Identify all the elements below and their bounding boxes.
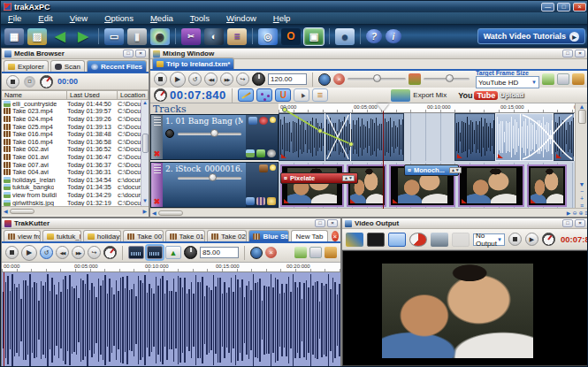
camera-icon[interactable] — [248, 117, 257, 125]
panel-minimize-button[interactable]: □ — [123, 50, 134, 57]
file-row[interactable]: Take 002.aviToday 01:36:52C:\Document — [2, 146, 149, 154]
menu-edit[interactable]: Edit — [38, 13, 52, 23]
watch-video-tutorials-button[interactable]: Watch Video Tutorials ▶ — [477, 28, 585, 44]
column-last-used[interactable]: Last Used — [67, 90, 118, 100]
tab-tuktuk-b[interactable]: tuktuk_b... — [42, 230, 81, 241]
import-icon[interactable] — [256, 149, 265, 157]
share-icon[interactable]: ☻ — [335, 28, 355, 45]
panel-close-button[interactable]: × — [575, 50, 585, 57]
expand-icon[interactable]: ▲▼ — [342, 175, 355, 181]
scrollbar-thumb[interactable] — [158, 210, 183, 216]
scroll-down-icon[interactable]: ▼ — [579, 181, 585, 187]
track-volume-slider[interactable] — [178, 133, 241, 135]
video-clip[interactable] — [458, 164, 524, 207]
scroll-left-icon[interactable]: ◀ — [152, 210, 157, 216]
slider-thumb[interactable] — [373, 74, 381, 82]
forward-button[interactable]: ▶▶ — [72, 246, 85, 259]
tab-take-007[interactable]: Take 007... — [123, 230, 163, 241]
horizontal-scrollbar[interactable]: ◀ ▶ — [2, 206, 149, 215]
display-mode-icon[interactable] — [388, 233, 406, 247]
menu-file[interactable]: File — [8, 13, 21, 23]
track-2-strip[interactable]: ✖ — [151, 163, 163, 207]
track-1-name[interactable]: 1. 01 Bang Bang (M... — [165, 117, 243, 126]
file-row[interactable]: elli_countrysideToday 01:44:50C:\Documen… — [2, 100, 149, 108]
web-icon[interactable]: ◎ — [258, 28, 278, 45]
wave-view-icon[interactable] — [128, 246, 144, 259]
wave-zoom-view-icon[interactable] — [147, 246, 163, 259]
track-2-card[interactable]: ✖ 2. iStock_0000016... — [150, 162, 279, 208]
speedometer-icon[interactable] — [40, 75, 53, 88]
panel-minimize-button[interactable]: □ — [562, 50, 573, 57]
video-clip[interactable] — [280, 164, 344, 207]
file-row[interactable]: Take 001.aviToday 01:36:47C:\Document — [2, 153, 149, 161]
panel-close-button[interactable]: × — [575, 219, 585, 227]
panel-close-button[interactable]: × — [327, 219, 338, 227]
snapshot-icon[interactable] — [431, 233, 448, 247]
video-preview-screen[interactable] — [342, 250, 588, 366]
bell-icon[interactable] — [267, 197, 276, 205]
clip-icon[interactable] — [256, 197, 265, 205]
tab-holidays[interactable]: holidays... — [83, 230, 121, 241]
pixelate-effect-banner[interactable]: ¤ Pixelate ▲▼ — [280, 172, 358, 184]
zoom-plus-icon[interactable]: + — [580, 195, 584, 202]
tab-take-025[interactable]: Take 025... — [207, 230, 247, 241]
menu-view[interactable]: View — [70, 13, 88, 23]
master-volume-knob[interactable] — [318, 73, 331, 86]
info-icon[interactable]: i — [386, 29, 401, 43]
track-2-name[interactable]: 2. iStock_0000016... — [165, 164, 243, 173]
scrollbar-thumb[interactable] — [142, 134, 149, 153]
file-row[interactable]: Take 023.mp4Today 01:39:57C:\Document — [2, 108, 149, 116]
copy-icon[interactable] — [309, 247, 322, 258]
loop-button[interactable]: ↺ — [188, 73, 202, 86]
cut-icon[interactable]: ✂ — [181, 28, 201, 45]
volume-knob[interactable] — [250, 247, 263, 259]
playhead-marker[interactable] — [377, 103, 389, 111]
file-row[interactable]: Take 016.mp4Today 01:36:58C:\Document — [2, 138, 149, 146]
delete-track-icon[interactable]: ✖ — [154, 198, 161, 205]
redo-icon[interactable]: ▶ — [73, 28, 93, 45]
slider-thumb[interactable] — [446, 74, 454, 82]
scroll-right-icon[interactable]: ▶ — [142, 208, 147, 214]
output-device-select[interactable]: No Output ▼ — [473, 233, 505, 246]
tempo-input[interactable] — [268, 73, 307, 85]
automation-nodes-tool[interactable] — [256, 88, 272, 102]
tempo-input[interactable] — [200, 247, 239, 258]
render-movie-icon[interactable] — [346, 233, 363, 247]
expand-icon[interactable]: ▲▼ — [449, 167, 462, 173]
panel-minimize-button[interactable]: □ — [315, 219, 325, 227]
list-icon[interactable]: ≡ — [584, 210, 588, 216]
timeline[interactable]: 00:00000:05:00000:10:00000:15:00000:20:0… — [279, 103, 577, 209]
tab-explorer[interactable]: Explorer — [4, 60, 49, 72]
slider-thumb[interactable] — [210, 129, 218, 137]
menu-tools[interactable]: Tools — [190, 13, 210, 23]
rewind-button[interactable]: ◀◀ — [56, 246, 69, 259]
scroll-right-icon[interactable]: ▶ — [567, 210, 571, 216]
fullscreen-icon[interactable] — [367, 233, 385, 247]
drag-handle-icon[interactable] — [154, 164, 161, 173]
bulb-icon[interactable] — [270, 164, 276, 171]
tempo-dial[interactable] — [252, 73, 265, 86]
undo-icon[interactable]: ◀ — [50, 28, 70, 45]
column-location[interactable]: Location — [118, 90, 149, 100]
pan-knob[interactable] — [165, 129, 174, 138]
audio-clip[interactable] — [454, 113, 495, 161]
track-1-card[interactable]: ✖ 1. 01 Bang Bang (M... — [150, 114, 279, 160]
file-row[interactable]: Take 024.mp4Today 01:39:26C:\Document — [2, 115, 149, 123]
file-row[interactable]: Take 025.mp4Today 01:39:13C:\Document — [2, 123, 149, 131]
gear-icon[interactable]: ¤ — [24, 76, 35, 88]
stop-button[interactable] — [5, 246, 19, 259]
image-icon[interactable] — [246, 149, 255, 157]
delete-track-icon[interactable]: ✖ — [154, 150, 161, 157]
file-row[interactable]: girlwithskis.jpgToday 01:32:19C:\Documen… — [2, 199, 149, 206]
mute-button[interactable]: × — [333, 73, 345, 85]
monochrome-effect-banner[interactable]: ¤ Monoch... ▲▼ — [404, 164, 459, 176]
speedometer-icon[interactable] — [154, 88, 167, 102]
tab-scan[interactable]: Scan — [50, 60, 85, 72]
help-ring-icon[interactable]: O — [281, 28, 301, 45]
menu-window[interactable]: Window — [226, 13, 256, 23]
new-icon[interactable] — [294, 247, 307, 258]
question-icon[interactable]: ? — [366, 29, 382, 43]
play-button[interactable]: ▶ — [21, 245, 37, 261]
tab-recent-files[interactable]: Recent Files — [87, 60, 147, 72]
cd-icon[interactable]: ◉ — [150, 28, 170, 45]
